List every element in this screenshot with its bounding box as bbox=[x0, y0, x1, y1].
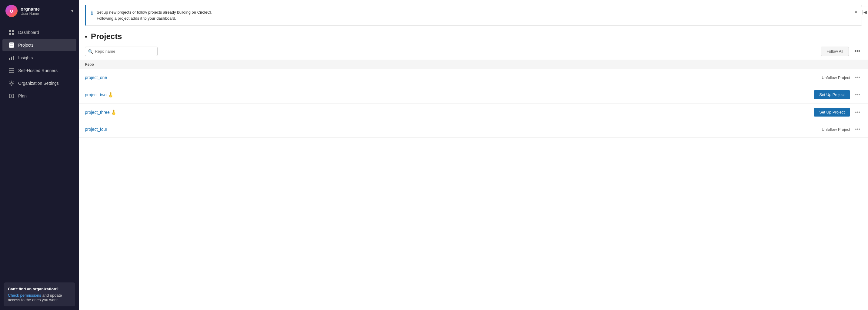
org-avatar: o bbox=[5, 5, 18, 17]
table-row: project_three🔑Set Up Project••• bbox=[79, 104, 868, 121]
banner-line1: Set up new projects or follow projects a… bbox=[97, 9, 213, 15]
setup-project-button[interactable]: Set Up Project bbox=[814, 108, 850, 116]
svg-rect-3 bbox=[12, 33, 14, 35]
plan-icon bbox=[8, 93, 14, 99]
search-icon: 🔍 bbox=[88, 49, 93, 54]
org-switcher[interactable]: o orgname User Name ▾ bbox=[0, 0, 79, 22]
toolbar-more-button[interactable]: ••• bbox=[852, 47, 862, 56]
row-more-button[interactable]: ••• bbox=[853, 74, 862, 81]
sidebar-nav: Dashboard Projects Insights bbox=[0, 22, 79, 279]
page-header: ▪ Projects bbox=[79, 26, 868, 44]
project-actions-cell: Unfollow Project••• bbox=[410, 121, 868, 138]
sidebar-item-label: Plan bbox=[18, 94, 27, 98]
projects-icon bbox=[8, 42, 14, 48]
chevron-down-icon: ▾ bbox=[71, 8, 73, 13]
sidebar-item-label: Projects bbox=[18, 43, 34, 47]
project-name-cell: project_four bbox=[79, 121, 410, 138]
org-name: orgname bbox=[21, 6, 71, 11]
row-actions: Unfollow Project••• bbox=[416, 125, 862, 133]
insights-icon bbox=[8, 55, 14, 61]
project-link[interactable]: project_four bbox=[85, 127, 107, 132]
main-content: ℹ Set up new projects or follow projects… bbox=[79, 0, 868, 310]
sidebar-item-dashboard[interactable]: Dashboard bbox=[2, 26, 76, 38]
svg-point-14 bbox=[10, 82, 12, 84]
collapse-icon: |◀ bbox=[862, 10, 867, 14]
card-title: Can't find an organization? bbox=[8, 287, 71, 291]
sidebar-item-label: Organization Settings bbox=[18, 81, 59, 86]
svg-rect-9 bbox=[13, 56, 14, 60]
toolbar: 🔍 Follow All ••• bbox=[79, 44, 868, 60]
svg-point-12 bbox=[13, 69, 13, 70]
follow-all-button[interactable]: Follow All bbox=[821, 47, 849, 56]
info-icon: ℹ bbox=[91, 10, 93, 16]
unfollow-project-button[interactable]: Unfollow Project bbox=[822, 74, 850, 81]
grid-icon bbox=[8, 29, 14, 35]
unfollow-project-button[interactable]: Unfollow Project bbox=[822, 126, 850, 133]
sidebar-item-label: Insights bbox=[18, 56, 33, 60]
svg-rect-8 bbox=[11, 57, 12, 60]
search-wrapper: 🔍 bbox=[85, 47, 158, 56]
cant-find-org-card: Can't find an organization? Check permis… bbox=[4, 282, 75, 306]
project-link[interactable]: project_one bbox=[85, 75, 107, 80]
projects-title-icon: ▪ bbox=[85, 33, 87, 41]
project-name-cell: project_three🔑 bbox=[79, 104, 410, 121]
project-name-cell: project_one bbox=[79, 69, 410, 86]
sidebar-item-projects[interactable]: Projects bbox=[2, 39, 76, 51]
svg-rect-7 bbox=[9, 58, 10, 60]
org-user: User Name bbox=[21, 11, 71, 16]
row-actions: Set Up Project••• bbox=[416, 90, 862, 99]
sidebar-item-self-hosted-runners[interactable]: Self-Hosted Runners bbox=[2, 65, 76, 77]
page-title: Projects bbox=[91, 32, 122, 41]
project-link[interactable]: project_two bbox=[85, 92, 107, 97]
key-icon: 🔑 bbox=[107, 92, 114, 98]
project-name-cell: project_two🔑 bbox=[79, 86, 410, 104]
sidebar-item-label: Self-Hosted Runners bbox=[18, 68, 58, 73]
row-actions: Unfollow Project••• bbox=[416, 74, 862, 81]
check-permissions-link[interactable]: Check permissions bbox=[8, 293, 41, 298]
row-more-button[interactable]: ••• bbox=[853, 125, 862, 133]
project-actions-cell: Set Up Project••• bbox=[410, 104, 868, 121]
banner-close-button[interactable]: × bbox=[855, 9, 858, 15]
sidebar-item-plan[interactable]: Plan bbox=[2, 90, 76, 102]
project-actions-cell: Unfollow Project••• bbox=[410, 69, 868, 86]
projects-table: Repo project_oneUnfollow Project•••proje… bbox=[79, 60, 868, 138]
gear-icon bbox=[8, 80, 14, 86]
sidebar-item-organization-settings[interactable]: Organization Settings bbox=[2, 77, 76, 89]
project-link[interactable]: project_three bbox=[85, 110, 110, 115]
table-body: project_oneUnfollow Project•••project_tw… bbox=[79, 69, 868, 138]
row-more-button[interactable]: ••• bbox=[853, 108, 862, 116]
svg-rect-5 bbox=[10, 44, 13, 44]
setup-project-button[interactable]: Set Up Project bbox=[814, 90, 850, 99]
server-icon bbox=[8, 68, 14, 74]
table-row: project_two🔑Set Up Project••• bbox=[79, 86, 868, 104]
svg-rect-6 bbox=[10, 45, 13, 45]
project-actions-cell: Set Up Project••• bbox=[410, 86, 868, 104]
collapse-sidebar-button[interactable]: |◀ bbox=[861, 6, 868, 18]
search-input[interactable] bbox=[85, 47, 158, 56]
info-banner: ℹ Set up new projects or follow projects… bbox=[85, 5, 862, 26]
svg-rect-2 bbox=[9, 33, 11, 35]
svg-rect-1 bbox=[12, 30, 14, 32]
sidebar: o orgname User Name ▾ Dashboard bbox=[0, 0, 79, 310]
sidebar-item-insights[interactable]: Insights bbox=[2, 52, 76, 64]
sidebar-item-label: Dashboard bbox=[18, 30, 39, 35]
table-row: project_fourUnfollow Project••• bbox=[79, 121, 868, 138]
key-icon: 🔑 bbox=[111, 109, 117, 116]
svg-rect-0 bbox=[9, 30, 11, 32]
banner-line2: Following a project adds it to your dash… bbox=[97, 15, 213, 22]
row-actions: Set Up Project••• bbox=[416, 108, 862, 116]
table-header: Repo bbox=[79, 60, 868, 69]
svg-point-13 bbox=[13, 71, 13, 72]
table-row: project_oneUnfollow Project••• bbox=[79, 69, 868, 86]
row-more-button[interactable]: ••• bbox=[853, 91, 862, 99]
repo-column-header: Repo bbox=[79, 60, 410, 69]
